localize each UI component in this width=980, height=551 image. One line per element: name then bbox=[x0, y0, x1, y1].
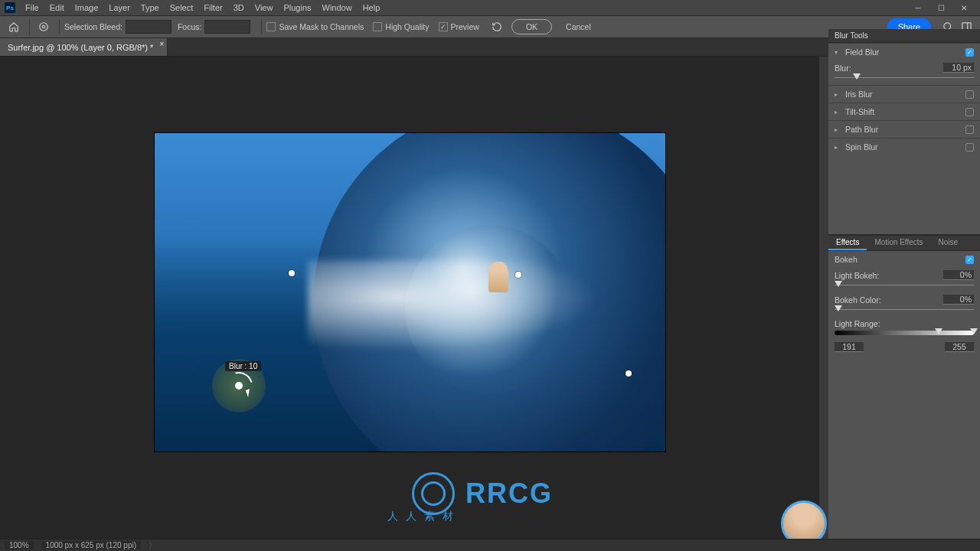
selection-bleed-label: Selection Bleed: bbox=[64, 22, 122, 31]
light-range-label: Light Range: bbox=[835, 319, 974, 328]
light-bokeh-slider[interactable] bbox=[835, 280, 974, 289]
tool-icon[interactable] bbox=[34, 18, 53, 36]
field-blur-checkbox[interactable] bbox=[965, 48, 974, 57]
menu-plugins[interactable]: Plugins bbox=[278, 3, 316, 12]
document-tab[interactable]: Surfer.jpg @ 100% (Layer 0, RGB/8*) * × bbox=[0, 38, 168, 56]
save-mask-checkbox[interactable] bbox=[266, 22, 276, 31]
chevron-right-icon: ▸ bbox=[835, 126, 842, 133]
menu-select[interactable]: Select bbox=[165, 3, 199, 12]
menu-3d[interactable]: 3D bbox=[228, 3, 250, 12]
light-range-slider[interactable] bbox=[835, 328, 974, 337]
tilt-shift-label: Tilt-Shift bbox=[845, 107, 965, 116]
doc-dimensions[interactable]: 1000 px x 625 px (120 ppi) bbox=[41, 541, 141, 549]
menu-edit[interactable]: Edit bbox=[44, 3, 70, 12]
high-quality-label: High Quality bbox=[385, 22, 429, 31]
blur-pin[interactable] bbox=[289, 270, 295, 276]
maximize-icon[interactable]: ☐ bbox=[929, 0, 952, 15]
tilt-shift-header[interactable]: ▸ Tilt-Shift bbox=[828, 103, 980, 120]
menu-layer[interactable]: Layer bbox=[103, 3, 136, 12]
image-content bbox=[488, 262, 508, 292]
blur-pin-center-icon[interactable] bbox=[235, 382, 243, 390]
preview-label: Preview bbox=[451, 22, 479, 31]
light-bokeh-value[interactable]: 0% bbox=[943, 270, 974, 280]
svg-point-0 bbox=[42, 25, 45, 28]
blur-param-value[interactable]: 10 px bbox=[943, 63, 974, 73]
right-panels: Blur Tools ▾ Field Blur Blur: 10 px ▸ Ir… bbox=[828, 29, 980, 540]
bokeh-label: Bokeh bbox=[835, 255, 965, 264]
path-blur-label: Path Blur bbox=[845, 125, 965, 134]
menu-image[interactable]: Image bbox=[70, 3, 104, 12]
bokeh-color-label: Bokeh Color: bbox=[835, 295, 943, 305]
iris-blur-label: Iris Blur bbox=[845, 90, 965, 99]
document-tab-label: Surfer.jpg @ 100% (Layer 0, RGB/8*) * bbox=[8, 43, 153, 52]
app-icon: Ps bbox=[5, 2, 15, 13]
spin-blur-label: Spin Blur bbox=[845, 142, 965, 152]
menubar: Ps File Edit Image Layer Type Select Fil… bbox=[0, 0, 980, 15]
chevron-right-icon: ▸ bbox=[835, 144, 842, 151]
chevron-right-icon[interactable]: 〉 bbox=[149, 540, 156, 551]
light-bokeh-label: Light Bokeh: bbox=[835, 271, 943, 280]
focus-input[interactable] bbox=[204, 20, 250, 34]
svg-point-2 bbox=[943, 22, 950, 29]
bokeh-color-slider[interactable] bbox=[835, 305, 974, 314]
preview-checkbox[interactable] bbox=[439, 22, 448, 31]
iris-blur-checkbox[interactable] bbox=[965, 90, 974, 99]
blur-param-label: Blur: bbox=[835, 64, 943, 73]
cursor-icon bbox=[247, 389, 256, 401]
menu-window[interactable]: Window bbox=[317, 3, 358, 12]
blur-tooltip: Blur : 10 bbox=[225, 361, 261, 371]
path-blur-header[interactable]: ▸ Path Blur bbox=[828, 120, 980, 138]
spin-blur-header[interactable]: ▸ Spin Blur bbox=[828, 138, 980, 155]
menu-view[interactable]: View bbox=[250, 3, 279, 12]
image-content bbox=[308, 260, 599, 352]
chevron-right-icon: ▸ bbox=[835, 91, 842, 98]
high-quality-checkbox[interactable] bbox=[373, 22, 382, 31]
menu-filter[interactable]: Filter bbox=[198, 3, 227, 12]
chevron-right-icon: ▸ bbox=[835, 109, 842, 116]
selection-bleed-input[interactable] bbox=[126, 20, 172, 34]
iris-blur-header[interactable]: ▸ Iris Blur bbox=[828, 85, 980, 103]
ok-button[interactable]: OK bbox=[511, 19, 552, 34]
blur-slider[interactable] bbox=[835, 73, 974, 82]
field-blur-label: Field Blur bbox=[845, 47, 965, 57]
light-range-high[interactable]: 255 bbox=[945, 342, 974, 352]
spin-blur-checkbox[interactable] bbox=[965, 143, 974, 152]
tab-effects[interactable]: Effects bbox=[828, 236, 867, 250]
tilt-shift-checkbox[interactable] bbox=[965, 108, 974, 116]
tab-noise[interactable]: Noise bbox=[931, 236, 966, 250]
blur-pin[interactable] bbox=[515, 272, 521, 278]
status-bar: 100% 1000 px x 625 px (120 ppi) 〉 bbox=[0, 539, 980, 551]
menu-file[interactable]: File bbox=[20, 3, 44, 12]
save-mask-label: Save Mask to Channels bbox=[279, 22, 364, 31]
minimize-icon[interactable]: ─ bbox=[906, 0, 929, 15]
bokeh-checkbox[interactable] bbox=[965, 256, 974, 264]
canvas-area[interactable]: Blur : 10 bbox=[0, 57, 828, 539]
zoom-level[interactable]: 100% bbox=[5, 541, 34, 549]
reset-icon[interactable] bbox=[488, 19, 505, 34]
effects-tabs: Effects Motion Effects Noise bbox=[828, 236, 980, 251]
chevron-down-icon: ▾ bbox=[835, 49, 842, 56]
vertical-scrollbar[interactable] bbox=[819, 57, 828, 539]
svg-point-1 bbox=[40, 23, 48, 31]
bokeh-color-value[interactable]: 0% bbox=[943, 295, 974, 305]
tab-motion-effects[interactable]: Motion Effects bbox=[867, 236, 930, 250]
close-icon[interactable]: ✕ bbox=[952, 0, 975, 15]
field-blur-header[interactable]: ▾ Field Blur bbox=[828, 43, 980, 60]
home-icon[interactable] bbox=[5, 18, 23, 36]
blur-tools-title: Blur Tools bbox=[828, 29, 980, 43]
canvas[interactable]: Blur : 10 bbox=[155, 133, 665, 452]
menu-type[interactable]: Type bbox=[136, 3, 165, 12]
cancel-button[interactable]: Cancel bbox=[558, 22, 599, 31]
menu-help[interactable]: Help bbox=[358, 3, 386, 12]
focus-label: Focus: bbox=[178, 22, 202, 31]
window-controls: ─ ☐ ✕ bbox=[906, 0, 975, 15]
blur-pin[interactable] bbox=[626, 370, 632, 377]
light-range-low[interactable]: 191 bbox=[835, 342, 864, 352]
close-tab-icon[interactable]: × bbox=[159, 40, 164, 48]
path-blur-checkbox[interactable] bbox=[965, 126, 974, 134]
